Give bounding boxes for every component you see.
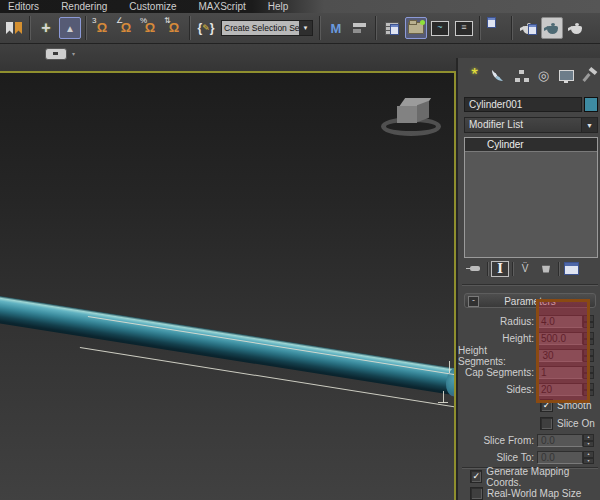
radius-field[interactable]: 4.0 [537,315,583,328]
align-icon[interactable] [349,17,371,39]
toolbar-separator [29,16,31,40]
selection-bracket-tick [449,361,450,373]
utilities-icon [583,68,597,82]
show-end-result-button[interactable]: I [491,261,509,277]
tab-create[interactable]: * [464,66,485,84]
remove-modifier-button[interactable] [537,261,555,277]
scene-explorer-button[interactable] [405,17,427,39]
pin-stack-button[interactable] [466,261,484,277]
menu-bar: Editors Rendering Customize MAXScript He… [0,0,600,13]
height-field[interactable]: 500.0 [537,332,583,345]
layer-manager-icon[interactable] [381,17,403,39]
create-icon: * [471,70,478,80]
stack-separator [487,262,488,276]
perspective-viewport[interactable] [0,71,456,500]
named-selection-sets-icon[interactable]: { ✎ } [195,17,217,39]
render-production-icon[interactable] [565,17,587,39]
generate-mapping-checkbox[interactable]: ✓ [470,470,482,483]
sides-spinner[interactable]: ▴▾ [583,383,594,396]
tab-hierarchy[interactable] [510,66,531,84]
tab-motion[interactable]: ◎ [533,66,554,84]
menu-help[interactable]: Help [268,0,289,13]
make-unique-icon: V̈ [522,263,529,274]
spinner-badge: ⇅ [164,17,171,25]
sides-row: Sides: 20 ▴▾ [506,382,594,397]
rendered-frame-window-icon[interactable] [541,17,563,39]
height-segments-field[interactable]: 30 [538,349,583,362]
percent-snap-icon[interactable]: % Ω [139,17,161,39]
material-editor-icon[interactable] [485,17,507,39]
cylinder-object[interactable] [0,294,456,396]
smooth-checkbox[interactable]: ✓ [540,399,553,412]
make-unique-button[interactable]: V̈ [516,261,534,277]
object-name-field[interactable]: Cylinder001 [464,97,582,112]
object-color-swatch[interactable] [584,97,598,112]
tab-display[interactable] [556,66,577,84]
radius-spinner[interactable]: ▴▾ [583,315,594,328]
select-object-button[interactable]: ▲ [59,17,81,39]
tab-modify[interactable] [487,66,508,84]
display-icon [559,70,574,81]
slice-from-spinner[interactable]: ▴▾ [583,434,594,447]
menu-maxscript[interactable]: MAXScript [199,0,246,13]
curve-editor-icon[interactable]: ~ [429,17,451,39]
height-spinner[interactable]: ▴▾ [583,332,594,345]
select-link-icon[interactable] [3,17,25,39]
height-segments-row: Height Segments: 30 ▴▾ [458,348,594,363]
object-name-row: Cylinder001 [464,97,598,112]
spinner-snap-icon[interactable]: ⇅ Ω [163,17,185,39]
radius-row: Radius: 4.0 ▴▾ [500,314,594,329]
selection-set-combobox[interactable]: Create Selection Se ▼ [221,20,313,36]
mirror-icon[interactable]: M [325,17,347,39]
height-segments-spinner[interactable]: ▴▾ [583,349,594,362]
cap-segments-row: Cap Segments: 1 ▴▾ [465,365,594,380]
cap-segments-field[interactable]: 1 [537,366,583,379]
real-world-checkbox[interactable] [470,487,483,500]
modifier-stack: Cylinder [464,137,598,258]
slice-from-label: Slice From: [483,435,534,446]
snap-3-badge: 3 [92,17,96,25]
smooth-row: ✓ Smooth [540,399,591,412]
stack-separator [512,262,513,276]
collapse-icon[interactable]: - [468,296,479,307]
ribbon-caret-icon[interactable]: ▾ [72,50,75,57]
motion-icon: ◎ [538,68,549,83]
slice-from-field[interactable]: 0.0 [537,434,583,447]
render-setup-icon[interactable] [517,17,539,39]
slice-on-checkbox[interactable] [540,417,553,430]
modifier-list-dropdown[interactable]: Modifier List ▼ [464,117,598,133]
magnet-icon: Ω [97,22,107,34]
sides-field[interactable]: 20 [537,383,583,396]
menu-rendering[interactable]: Rendering [61,0,107,13]
real-world-label: Real-World Map Size [487,488,581,499]
schematic-view-icon[interactable]: ≡ [453,17,475,39]
snap-toggle-3d-icon[interactable]: 3 Ω [91,17,113,39]
menu-editors[interactable]: Editors [8,0,39,13]
combobox-arrow-icon[interactable]: ▼ [299,21,312,35]
real-world-row: Real-World Map Size [470,487,581,500]
modifier-stack-toolbar: I V̈ [466,260,580,277]
select-and-move-icon[interactable]: + [35,17,57,39]
ribbon-minimized-tab[interactable] [45,48,67,60]
slice-to-spinner[interactable]: ▴▾ [583,451,594,464]
parameters-rollout-header[interactable]: - Parameters [464,293,596,308]
configure-sets-icon [564,262,579,275]
modifier-list-label: Modifier List [465,118,581,132]
angle-snap-icon[interactable]: ∠ Ω [115,17,137,39]
pin-icon [470,266,480,271]
slice-to-field[interactable]: 0.0 [537,451,583,464]
sides-label: Sides: [506,384,534,395]
stack-item-cylinder[interactable]: Cylinder [465,138,597,152]
toolbar-separator [375,16,377,40]
stack-separator [558,262,559,276]
viewcube-front-face[interactable] [397,106,417,123]
configure-modifier-sets-button[interactable] [562,261,580,277]
toolbar-separator [85,16,87,40]
brace-right: } [210,21,215,35]
cap-segments-spinner[interactable]: ▴▾ [583,366,594,379]
selection-bracket-tick [438,402,448,403]
menu-customize[interactable]: Customize [129,0,176,13]
3dsmax-window: Editors Rendering Customize MAXScript He… [0,0,600,500]
tab-utilities[interactable] [579,66,600,84]
modifier-list-arrow-icon[interactable]: ▼ [581,118,597,132]
